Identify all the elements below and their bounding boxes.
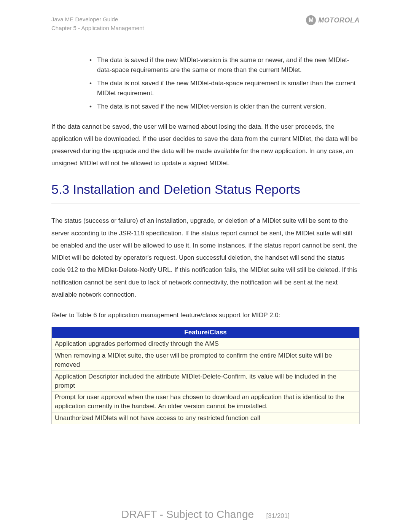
section-heading-5-3: 5.3 Installation and Deletion Status Rep… [51,181,360,204]
table-row: Application Descriptor included the attr… [52,371,360,391]
motorola-logo: M MOTOROLA [306,15,360,25]
header-text: Java ME Developer Guide Chapter 5 - Appl… [51,15,144,32]
table-header: Feature/Class [52,327,360,338]
page-footer: DRAFT - Subject to Change [31/201] [0,508,411,521]
header-line1: Java ME Developer Guide [51,15,144,24]
logo-mark-icon: M [306,15,316,25]
feature-class-table: Feature/Class Application upgrades perfo… [51,327,360,424]
table-row: Prompt for user approval when the user h… [52,391,360,412]
draft-watermark: DRAFT - Subject to Change [121,508,254,520]
table-row: Unauthorized MIDlets will not have acces… [52,412,360,424]
bullet-list: The data is saved if the new MIDlet-vers… [89,55,360,112]
page-number: [31/201] [266,512,290,519]
paragraph-status-reports: The status (success or failure) of an in… [51,215,360,301]
logo-text: MOTOROLA [318,16,360,24]
paragraph-data-save: If the data cannot be saved, the user wi… [51,121,360,170]
header-line2: Chapter 5 - Application Management [51,24,144,33]
bullet-item: The data is not saved if the new MIDlet-… [89,78,360,98]
bullet-item: The data is saved if the new MIDlet-vers… [89,55,360,75]
bullet-item: The data is not saved if the new MIDlet-… [89,102,360,112]
page-header: Java ME Developer Guide Chapter 5 - Appl… [51,15,360,32]
table-row: When removing a MIDlet suite, the user w… [52,350,360,371]
table-reference-text: Refer to Table 6 for application managem… [51,312,360,319]
table-row: Application upgrades performed directly … [52,338,360,350]
